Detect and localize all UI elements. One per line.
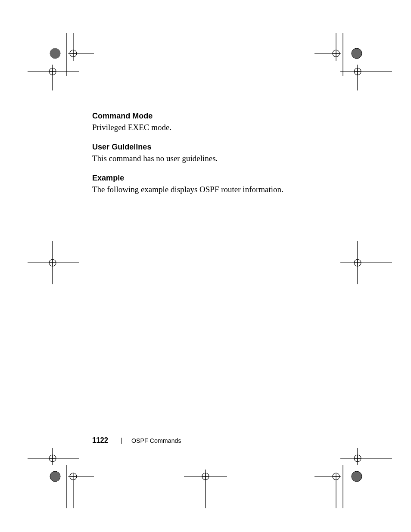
svg-point-27 (49, 259, 56, 266)
crop-mark-icon (34, 465, 94, 508)
text-command-mode: Privileged EXEC mode. (92, 122, 333, 133)
crop-mark-icon (314, 465, 379, 508)
svg-point-2 (70, 50, 77, 57)
crop-mark-icon (28, 56, 79, 90)
svg-point-46 (50, 471, 60, 482)
footer-separator-icon (121, 438, 122, 444)
text-example: The following example displays OSPF rout… (92, 184, 333, 195)
svg-point-15 (333, 50, 339, 57)
page-content: Command Mode Privileged EXEC mode. User … (92, 111, 333, 204)
svg-point-37 (49, 455, 56, 462)
svg-point-49 (202, 473, 209, 480)
page-footer: 1122 OSPF Commands (92, 436, 333, 445)
svg-point-7 (50, 48, 60, 59)
svg-point-63 (352, 471, 362, 482)
page-number: 1122 (92, 436, 108, 445)
document-page: Command Mode Privileged EXEC mode. User … (0, 0, 411, 532)
crop-mark-icon (28, 241, 79, 284)
crop-mark-icon (184, 465, 227, 508)
svg-point-9 (49, 68, 56, 75)
svg-point-60 (333, 473, 339, 480)
heading-user-guidelines: User Guidelines (92, 142, 321, 152)
crop-mark-icon (340, 56, 392, 90)
svg-point-43 (70, 473, 77, 480)
footer-section-title: OSPF Commands (131, 437, 181, 444)
text-user-guidelines: This command has no user guidelines. (92, 153, 333, 164)
svg-point-54 (354, 455, 361, 462)
svg-point-19 (352, 48, 362, 59)
crop-mark-icon (314, 33, 379, 76)
crop-mark-icon (340, 448, 392, 482)
crop-mark-icon (34, 33, 94, 76)
heading-example: Example (92, 173, 321, 183)
heading-command-mode: Command Mode (92, 111, 321, 121)
crop-mark-icon (28, 448, 79, 482)
svg-point-6 (50, 48, 60, 59)
svg-point-32 (354, 259, 361, 266)
svg-point-21 (354, 68, 361, 75)
crop-mark-icon (340, 241, 392, 284)
